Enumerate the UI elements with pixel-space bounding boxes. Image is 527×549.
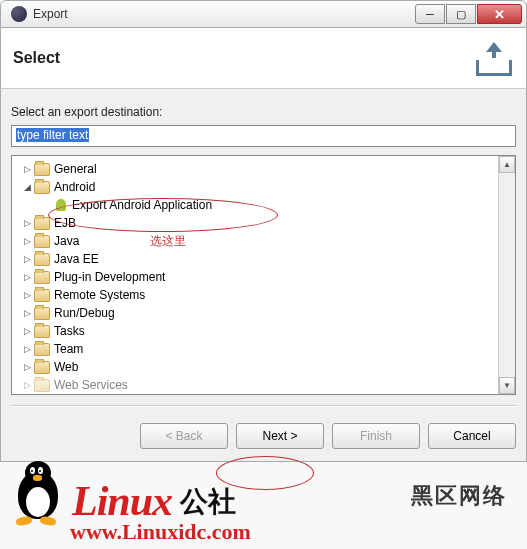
destination-label: Select an export destination:: [11, 105, 516, 119]
tree-item-remote-systems[interactable]: ▷ Remote Systems: [14, 286, 496, 304]
watermark-gray: 黑区网络: [411, 481, 507, 511]
separator: [11, 405, 516, 407]
watermark-cn: 公社: [180, 483, 236, 521]
scroll-up-button[interactable]: ▲: [499, 156, 515, 173]
close-icon: ✕: [494, 7, 505, 22]
window-controls: ─ ▢ ✕: [415, 4, 522, 24]
eclipse-icon: [11, 6, 27, 22]
dialog-header: Select: [0, 28, 527, 89]
folder-icon: [34, 379, 50, 392]
expand-toggle[interactable]: ▷: [20, 344, 34, 354]
folder-icon: [34, 361, 50, 374]
tree-label: Remote Systems: [54, 288, 145, 302]
folder-icon: [34, 217, 50, 230]
tree-label: Tasks: [54, 324, 85, 338]
scroll-down-button[interactable]: ▼: [499, 377, 515, 394]
next-button[interactable]: Next >: [236, 423, 324, 449]
folder-icon: [34, 235, 50, 248]
tree-label: General: [54, 162, 97, 176]
collapse-toggle[interactable]: ◢: [20, 182, 34, 192]
folder-icon: [34, 253, 50, 266]
tree-scroll-area: ▷ General ◢ Android Export Android Appli…: [12, 156, 498, 394]
android-icon: [54, 198, 68, 212]
cancel-button[interactable]: Cancel: [428, 423, 516, 449]
tree-label: EJB: [54, 216, 76, 230]
folder-icon: [34, 181, 50, 194]
folder-icon: [34, 343, 50, 356]
expand-toggle[interactable]: ▷: [20, 290, 34, 300]
button-bar: < Back Next > Finish Cancel: [0, 417, 527, 462]
folder-icon: [34, 325, 50, 338]
filter-input[interactable]: type filter text: [11, 125, 516, 147]
expand-toggle[interactable]: ▷: [20, 164, 34, 174]
watermark-url: www.Linuxidc.com: [70, 519, 517, 545]
tree-label: Web: [54, 360, 78, 374]
export-icon: [474, 40, 514, 76]
tree-item-android[interactable]: ◢ Android: [14, 178, 496, 196]
tree-item-run-debug[interactable]: ▷ Run/Debug: [14, 304, 496, 322]
tree-item-javaee[interactable]: ▷ Java EE: [14, 250, 496, 268]
tree-item-ejb[interactable]: ▷ EJB: [14, 214, 496, 232]
expand-toggle[interactable]: ▷: [20, 272, 34, 282]
tree-label: Export Android Application: [72, 198, 212, 212]
minimize-button[interactable]: ─: [415, 4, 445, 24]
title-bar: Export ─ ▢ ✕: [0, 0, 527, 28]
tree-label: Android: [54, 180, 95, 194]
expand-toggle[interactable]: ▷: [20, 362, 34, 372]
tux-icon: [10, 459, 66, 525]
tree-label: Java: [54, 234, 79, 248]
tree-label: Web Services: [54, 378, 128, 392]
tree-item-java[interactable]: ▷ Java: [14, 232, 496, 250]
expand-toggle[interactable]: ▷: [20, 326, 34, 336]
expand-toggle[interactable]: ▷: [20, 236, 34, 246]
tree-item-export-android-application[interactable]: Export Android Application: [14, 196, 496, 214]
maximize-icon: ▢: [456, 8, 466, 21]
tree-label: Team: [54, 342, 83, 356]
tree-label: Plug-in Development: [54, 270, 165, 284]
finish-button[interactable]: Finish: [332, 423, 420, 449]
tree-label: Run/Debug: [54, 306, 115, 320]
destination-tree: ▷ General ◢ Android Export Android Appli…: [11, 155, 516, 395]
close-button[interactable]: ✕: [477, 4, 522, 24]
watermark-brand: Linux: [72, 477, 172, 525]
expand-toggle[interactable]: ▷: [20, 380, 34, 390]
tree-item-general[interactable]: ▷ General: [14, 160, 496, 178]
tree-item-plugin-dev[interactable]: ▷ Plug-in Development: [14, 268, 496, 286]
tree-label: Java EE: [54, 252, 99, 266]
page-title: Select: [13, 49, 474, 67]
tree-item-tasks[interactable]: ▷ Tasks: [14, 322, 496, 340]
vertical-scrollbar[interactable]: ▲ ▼: [498, 156, 515, 394]
dialog-content: Select an export destination: type filte…: [0, 89, 527, 417]
tree-item-web-services[interactable]: ▷ Web Services: [14, 376, 496, 394]
folder-icon: [34, 289, 50, 302]
folder-icon: [34, 163, 50, 176]
expand-toggle[interactable]: ▷: [20, 254, 34, 264]
window-title: Export: [33, 7, 415, 21]
maximize-button[interactable]: ▢: [446, 4, 476, 24]
expand-toggle[interactable]: ▷: [20, 308, 34, 318]
tree-item-team[interactable]: ▷ Team: [14, 340, 496, 358]
back-button[interactable]: < Back: [140, 423, 228, 449]
minimize-icon: ─: [426, 8, 434, 20]
expand-toggle[interactable]: ▷: [20, 218, 34, 228]
folder-icon: [34, 307, 50, 320]
tree-item-web[interactable]: ▷ Web: [14, 358, 496, 376]
filter-text-selected: type filter text: [16, 128, 89, 142]
watermark: Linux 公社 www.Linuxidc.com 黑区网络: [10, 459, 517, 545]
folder-icon: [34, 271, 50, 284]
